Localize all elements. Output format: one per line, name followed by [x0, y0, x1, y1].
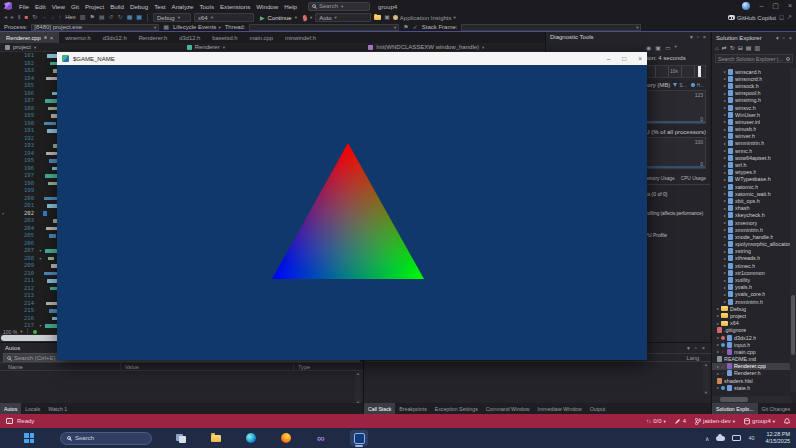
task-view-button[interactable]	[175, 432, 187, 444]
menu-item-edit[interactable]: Edit	[32, 2, 49, 11]
save-icon[interactable]: ▦	[127, 13, 133, 22]
tree-item-WTypesbase.h[interactable]: ▸WTypesbase.h	[712, 176, 791, 183]
menu-item-test[interactable]: Test	[151, 2, 168, 11]
tree-item-state.h[interactable]: ▸state.h	[712, 384, 791, 391]
notifications-button[interactable]	[784, 418, 790, 425]
autos-vertical-scrollbar[interactable]: ▲▼	[355, 371, 361, 405]
git-sync-button[interactable]: ↑↓0/0▾	[646, 418, 666, 424]
close-icon[interactable]: ×	[788, 2, 792, 10]
panel-dropdown-icon[interactable]: ▾	[776, 35, 779, 41]
panel-dropdown-icon[interactable]: ▾	[690, 34, 693, 40]
health-indicator-icon[interactable]	[33, 330, 37, 334]
tree-item-x64[interactable]: ▸x64	[712, 320, 791, 327]
tree-item-zmmintrin.h[interactable]: ▸zmmintrin.h	[712, 298, 791, 305]
file-explorer-button[interactable]	[210, 432, 222, 444]
split-window-icon[interactable]: ▣	[384, 13, 390, 22]
menu-item-extensions[interactable]: Extensions	[217, 2, 253, 11]
tree-item-shaders.hlsl[interactable]: shaders.hlsl	[712, 377, 791, 384]
tree-item-wow64apiset.h[interactable]: ▸wow64apiset.h	[712, 154, 791, 161]
expander-icon[interactable]: ▸	[724, 112, 726, 117]
explorer-horizontal-scrollbar[interactable]	[712, 396, 791, 403]
explorer-vertical-scrollbar[interactable]	[790, 68, 796, 392]
switch-views-icon[interactable]: ⇄	[722, 44, 727, 51]
tree-item-xnode_handle.h[interactable]: ▸xnode_handle.h	[712, 233, 791, 240]
expander-icon[interactable]: ▸	[724, 285, 726, 290]
expander-icon[interactable]: ▸	[724, 98, 726, 103]
autos-grid[interactable]: ▲▼	[0, 371, 363, 405]
expander-icon[interactable]: ▸	[724, 299, 726, 304]
tree-item-README.md[interactable]: README.md	[712, 356, 791, 363]
game-title-bar[interactable]: $GAME_NAME – □ ×	[57, 52, 647, 65]
fold-collapse-icon[interactable]: ▾	[39, 255, 42, 263]
tree-item-wrl.h[interactable]: ▸wrl.h	[712, 161, 791, 168]
menu-item-debug[interactable]: Debug	[127, 2, 151, 11]
tree-item-winsock.h[interactable]: ▸winsock.h	[712, 82, 791, 89]
panel-close-icon[interactable]: ×	[702, 345, 705, 351]
expander-icon[interactable]: ▸	[724, 242, 726, 247]
tree-item-main.cpp[interactable]: ▸✓main.cpp	[712, 348, 791, 355]
column-separator[interactable]	[120, 363, 121, 370]
onedrive-icon[interactable]	[716, 436, 725, 441]
expander-icon[interactable]: ▸	[724, 191, 726, 196]
pending-edits-button[interactable]: 4	[675, 418, 686, 424]
visual-studio-button[interactable]: ∞	[315, 432, 327, 444]
send-feedback-icon[interactable]: ◻	[779, 13, 784, 22]
menu-item-git[interactable]: Git	[68, 2, 82, 11]
chart-icon[interactable]: ▥	[80, 13, 86, 22]
menu-item-project[interactable]: Project	[82, 2, 107, 11]
outline-icon[interactable]: ▤	[99, 13, 105, 22]
menu-item-tools[interactable]: Tools	[197, 2, 217, 11]
diag-tab-cpu-usage[interactable]: CPU Usage	[681, 176, 706, 182]
expander-icon[interactable]: ▸	[717, 371, 719, 376]
step-over-icon[interactable]: →	[41, 13, 47, 22]
pause-icon[interactable]: ‖	[18, 13, 20, 22]
callstack-tab-immediate-window[interactable]: Immediate Window	[534, 403, 586, 414]
home-icon[interactable]: ⌂	[715, 45, 719, 51]
close-icon[interactable]: ×	[50, 35, 54, 41]
expander-icon[interactable]: ▸	[717, 349, 719, 354]
breadcrumb-project-dropdown[interactable]: project▾	[0, 44, 182, 50]
tree-item-input.h[interactable]: ▸input.h	[712, 341, 791, 348]
tree-item-xstring[interactable]: ▸xstring	[712, 248, 791, 255]
tree-item-xthreads.h[interactable]: ▸xthreads.h	[712, 255, 791, 262]
tree-item-xhash[interactable]: ▸xhash	[712, 205, 791, 212]
tree-item-xatomic_wait.h[interactable]: ▸xatomic_wait.h	[712, 190, 791, 197]
callstack-tab-command-window[interactable]: Command Window	[482, 403, 534, 414]
expander-icon[interactable]: ▸	[724, 220, 726, 225]
expander-icon[interactable]: ▸	[724, 177, 726, 182]
expander-icon[interactable]: ▸	[724, 127, 726, 132]
tree-item-xtr1common[interactable]: ▸xtr1common	[712, 269, 791, 276]
stop-icon[interactable]: ■	[25, 13, 29, 22]
fold-collapse-icon[interactable]: ▾	[39, 322, 42, 329]
explorer-tab-git-changes[interactable]: Git Changes	[758, 403, 795, 414]
redo-icon[interactable]: ↻	[118, 13, 123, 22]
tree-item-winspool.h[interactable]: ▸winspool.h	[712, 90, 791, 97]
stack-frame-dropdown[interactable]: ▾	[461, 24, 641, 31]
tab-Renderer.h[interactable]: Renderer.h	[133, 32, 174, 43]
panel-close-icon[interactable]: ×	[789, 35, 792, 41]
column-header-value[interactable]: Value	[125, 364, 139, 370]
auto-dropdown[interactable]: Auto▾	[315, 13, 371, 22]
callstack-tab-exception-settings[interactable]: Exception Settings	[431, 403, 482, 414]
flag-thread-icon[interactable]: ⚑	[403, 23, 408, 32]
show-all-files-icon[interactable]: ▤	[746, 44, 752, 51]
expander-icon[interactable]: ▸	[724, 119, 726, 124]
tab-basetsd.h[interactable]: basetsd.h	[206, 32, 243, 43]
tree-item-.gitignore[interactable]: .gitignore	[712, 327, 791, 334]
configuration-dropdown[interactable]: Debug▾	[153, 13, 191, 22]
callstack-tab-breakpoints[interactable]: Breakpoints	[395, 403, 430, 414]
expander-icon[interactable]: ▸	[724, 256, 726, 261]
close-icon[interactable]: ×	[638, 55, 642, 62]
maximize-icon[interactable]: □	[622, 55, 626, 62]
breadcrumb-type-dropdown[interactable]: Renderer▾	[182, 44, 364, 50]
tree-item-yvals_core.h[interactable]: ▸yvals_core.h	[712, 291, 791, 298]
menu-item-help[interactable]: Help	[281, 2, 300, 11]
tree-item-winver.h[interactable]: ▸winver.h	[712, 133, 791, 140]
menu-item-window[interactable]: Window	[253, 2, 281, 11]
menu-item-build[interactable]: Build	[107, 2, 127, 11]
hex-label[interactable]: Hex	[65, 13, 76, 22]
tree-item-xutility[interactable]: ▸xutility	[712, 276, 791, 283]
tree-item-xkeycheck.h[interactable]: ▸xkeycheck.h	[712, 212, 791, 219]
tray-overflow-icon[interactable]: ∧	[705, 435, 709, 442]
share-icon[interactable]: ↗	[787, 13, 792, 22]
